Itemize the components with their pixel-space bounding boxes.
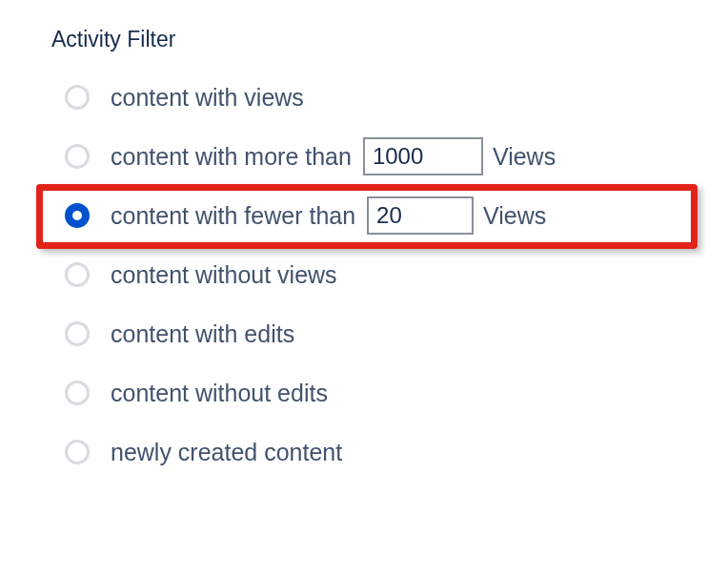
option-label: content with views bbox=[111, 84, 304, 112]
option-content-without-views[interactable]: content without views bbox=[51, 245, 728, 304]
option-content-more-than[interactable]: content with more than Views bbox=[51, 127, 728, 186]
option-label: newly created content bbox=[111, 439, 342, 466]
suffix-label: Views bbox=[483, 202, 546, 230]
radio-icon[interactable] bbox=[65, 440, 90, 464]
option-content-with-edits[interactable]: content with edits bbox=[51, 304, 728, 363]
radio-icon[interactable] bbox=[65, 144, 90, 169]
radio-icon[interactable] bbox=[65, 203, 90, 228]
radio-icon[interactable] bbox=[65, 381, 90, 405]
option-content-with-views[interactable]: content with views bbox=[51, 68, 728, 127]
option-label: content with more than bbox=[111, 143, 352, 171]
option-newly-created-content[interactable]: newly created content bbox=[51, 422, 728, 482]
option-label: content with edits bbox=[111, 320, 294, 348]
fewer-than-input[interactable] bbox=[367, 196, 474, 235]
suffix-label: Views bbox=[493, 143, 556, 171]
option-content-fewer-than[interactable]: content with fewer than Views bbox=[51, 186, 728, 245]
radio-icon[interactable] bbox=[65, 262, 90, 287]
option-content-without-edits[interactable]: content without edits bbox=[51, 363, 728, 422]
option-label: content with fewer than bbox=[111, 202, 355, 230]
section-title: Activity Filter bbox=[51, 27, 728, 52]
radio-icon[interactable] bbox=[65, 85, 90, 110]
activity-filter-radio-group: content with views content with more tha… bbox=[51, 68, 728, 482]
more-than-input[interactable] bbox=[363, 137, 483, 175]
option-label: content without views bbox=[111, 261, 337, 289]
radio-icon[interactable] bbox=[65, 321, 90, 346]
option-label: content without edits bbox=[111, 380, 328, 407]
